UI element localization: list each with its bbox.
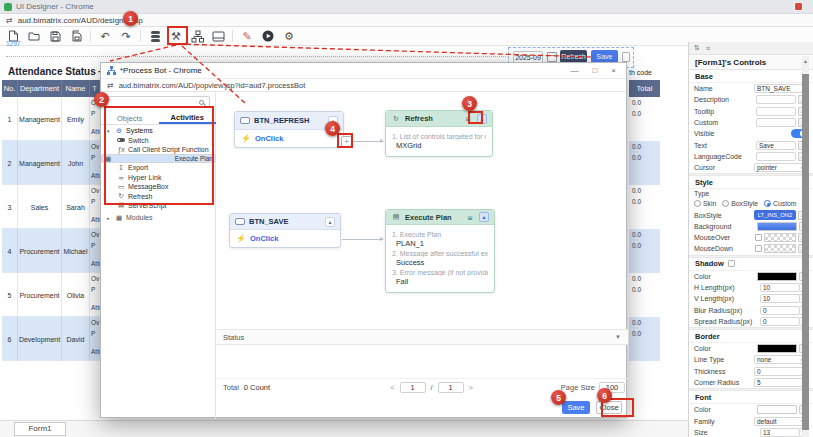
shadow-checkbox[interactable] <box>728 260 735 267</box>
description-input[interactable] <box>756 95 796 104</box>
event-onclick[interactable]: ⚡OnClick <box>236 234 334 243</box>
mousedown-swatch[interactable] <box>764 244 796 253</box>
redo-icon[interactable]: ↷ <box>119 29 133 43</box>
cursor-select[interactable]: pointer▼ <box>754 163 808 172</box>
run-icon[interactable] <box>261 29 275 43</box>
annotation-step-6: 6 <box>597 388 612 403</box>
undo-icon[interactable]: ↶ <box>98 29 112 43</box>
mousedown-checkbox[interactable] <box>755 245 762 252</box>
edit-icon[interactable]: ✎ <box>240 29 254 43</box>
name-input[interactable]: BTN_SAVE <box>754 84 808 93</box>
tooltip-input[interactable] <box>756 107 796 116</box>
custom-input[interactable] <box>756 118 796 127</box>
form-tabstrip: Form1 <box>0 420 688 437</box>
grid-settings-icon[interactable]: ⊞ <box>465 213 475 222</box>
radio-boxstyle[interactable]: BoxStyle <box>722 200 758 207</box>
total-cell-group: 0.00.0 <box>629 185 660 229</box>
param-label: 3. Error message (if not provided <box>392 269 488 276</box>
prop-border-linetype: Line Typenone▼ <box>689 354 813 365</box>
popup-minimize-button[interactable]: — <box>570 66 578 75</box>
h-length-input[interactable]: 10 <box>760 283 800 292</box>
table-row: 3SalesSarah OvPAtte <box>2 185 100 229</box>
page-next-icon[interactable]: > <box>469 383 473 392</box>
param-value[interactable]: MXGrid <box>396 141 486 150</box>
param-value[interactable]: Fail <box>396 277 488 286</box>
clipboard-icon <box>622 52 630 62</box>
param-value[interactable]: Success <box>396 258 488 267</box>
mouseover-swatch[interactable] <box>764 233 796 242</box>
prop-border-color: Color▼ <box>689 343 813 354</box>
status-section[interactable]: Status ▼ <box>216 329 628 345</box>
scroll-up-icon[interactable]: ▲ <box>802 58 809 64</box>
popup-url[interactable]: aud.bimatrix.com/AUD/popview.jsp?id=aud7… <box>119 81 306 90</box>
prop-shadow-h: H Length(px)10▲▼ <box>689 282 813 293</box>
prop-background: Background▼ <box>689 221 813 232</box>
database-icon[interactable] <box>148 29 162 43</box>
page-input[interactable]: 1 <box>400 382 426 393</box>
thickness-input[interactable]: 0 <box>754 367 808 376</box>
section-font[interactable]: Font <box>689 391 813 404</box>
annotation-step-4: 4 <box>325 121 340 136</box>
font-color-swatch[interactable] <box>757 405 797 414</box>
calendar-icon[interactable] <box>547 52 557 62</box>
spread-radius-input[interactable]: 0 <box>760 317 800 326</box>
panel-scrollbar[interactable]: ▲ <box>802 56 809 437</box>
background-swatch[interactable] <box>757 222 797 231</box>
prop-shadow-blur: Blur Radius(px)0▲▼ <box>689 304 813 315</box>
font-size-input[interactable]: 13 <box>760 428 800 437</box>
v-length-input[interactable]: 10 <box>760 294 800 303</box>
radio-skin[interactable]: Skin <box>694 200 716 207</box>
save-all-icon[interactable] <box>69 29 83 43</box>
linetype-select[interactable]: none▼ <box>754 355 808 364</box>
chevron-down-icon[interactable]: ▼ <box>615 334 621 340</box>
panel-box-icon[interactable] <box>211 29 225 43</box>
shadow-color-swatch[interactable] <box>757 272 797 281</box>
node-execute-plan[interactable]: ▤ Execute Plan ⊞ ▲ 1. Execute Plan PLAN_… <box>385 209 495 293</box>
save-icon[interactable] <box>48 29 62 43</box>
annotation-step-5: 5 <box>551 390 566 405</box>
family-select[interactable]: default▼ <box>754 417 808 426</box>
panel-header[interactable]: [Form1]'s Controls▼ <box>689 55 813 70</box>
prop-font-size: Size13▲▼ <box>689 427 813 437</box>
save-button[interactable]: Save <box>562 401 590 414</box>
settings-gear-icon[interactable]: ⚙ <box>282 29 296 43</box>
popup-title: *Process Bot - Chrome <box>120 66 202 75</box>
section-base[interactable]: Base▲ <box>689 70 813 83</box>
tab-form1[interactable]: Form1 <box>14 422 66 436</box>
popup-urlbar[interactable]: ⇄ aud.bimatrix.com/AUD/popview.jsp?id=au… <box>101 79 626 92</box>
radio-custom[interactable]: Custom <box>764 200 796 207</box>
browser-urlbar[interactable]: ⇄ aud.bimatrix.com/AUD/designer.jsp <box>0 14 813 27</box>
popup-maximize-button[interactable]: □ <box>592 66 597 75</box>
mouseover-checkbox[interactable] <box>755 234 762 241</box>
process-bot-icon[interactable] <box>190 29 204 43</box>
param-value[interactable]: PLAN_1 <box>396 239 488 248</box>
table-row: 2ManagementJohn OvPAtte <box>2 141 100 185</box>
corner-radius-input[interactable]: 5 <box>754 378 808 387</box>
page-prev-icon[interactable]: < <box>390 383 394 392</box>
sitemap-favicon-icon <box>107 66 116 75</box>
boxstyle-chip[interactable]: LT_INS_ON2 <box>754 210 796 220</box>
collapse-chevron-icon[interactable]: ▲ <box>325 217 335 227</box>
scrollbar-thumb[interactable] <box>802 74 809 430</box>
selection-guide-line <box>6 56 506 57</box>
page-total-input: 1 <box>438 382 464 393</box>
border-color-swatch[interactable] <box>757 344 797 353</box>
section-border[interactable]: Border <box>689 330 813 343</box>
collapse-chevron-icon[interactable]: ▲ <box>479 212 489 222</box>
node-btn-save[interactable]: BTN_SAVE ▲ ⚡OnClick <box>229 213 341 248</box>
languagecode-input[interactable] <box>756 152 796 161</box>
text-input[interactable]: Save <box>756 141 796 150</box>
section-style[interactable]: Style▲ <box>689 176 813 189</box>
blur-radius-input[interactable]: 0 <box>760 306 800 315</box>
node-header[interactable]: ▤ Execute Plan ⊞ ▲ <box>386 210 494 225</box>
event-onclick[interactable]: ⚡OnClick <box>241 134 337 143</box>
node-header[interactable]: BTN_SAVE ▲ <box>230 214 340 230</box>
section-shadow[interactable]: Shadow <box>689 258 813 271</box>
pin-icon[interactable]: ⇅ <box>694 44 700 52</box>
popup-titlebar[interactable]: *Process Bot - Chrome — □ × <box>101 63 626 79</box>
menu-icon[interactable]: ≡ <box>706 45 710 52</box>
browser-titlebar: UI Designer - Chrome <box>0 0 813 14</box>
tree-node-modules[interactable]: ▸▦Modules <box>101 213 216 222</box>
open-folder-icon[interactable] <box>27 29 41 43</box>
popup-close-button[interactable]: × <box>611 66 616 75</box>
